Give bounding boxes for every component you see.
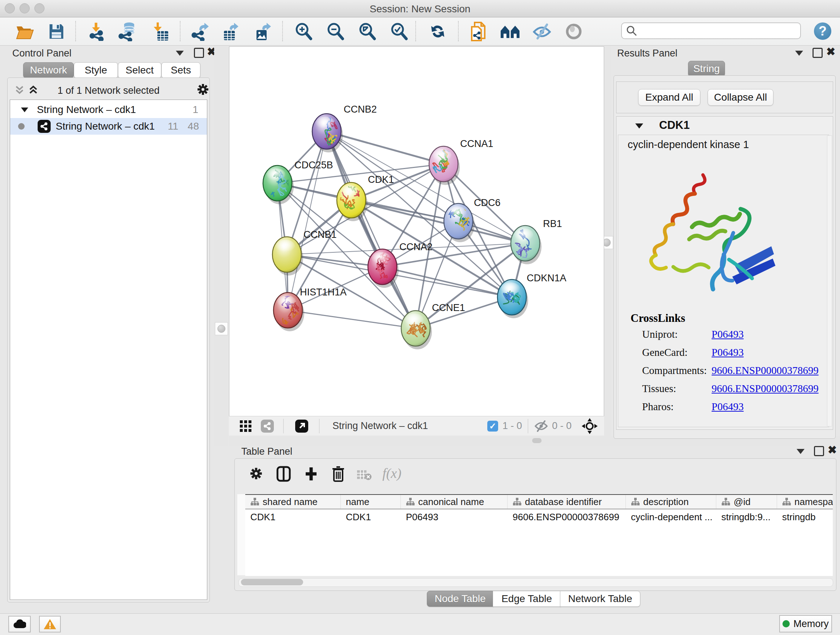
homes-button[interactable] <box>498 20 523 43</box>
refresh-button[interactable] <box>425 20 450 43</box>
cloud-icon <box>13 619 26 629</box>
tab-string[interactable]: String <box>688 61 725 77</box>
tab-select[interactable]: Select <box>118 62 161 78</box>
network-collection-row[interactable]: String Network – cdk1 1 <box>10 101 207 118</box>
collection-expand-caret-icon[interactable] <box>20 106 29 113</box>
column-header-namespace[interactable]: namespace <box>777 495 833 509</box>
table-cell[interactable]: CDK1 <box>245 509 341 524</box>
help-button[interactable]: ? <box>814 22 831 40</box>
zoom-fit-button[interactable] <box>355 20 379 43</box>
tab-style[interactable]: Style <box>74 62 118 78</box>
table-cell[interactable]: 9606.ENSP00000378699 <box>508 509 626 524</box>
zoom-selected-button[interactable] <box>386 20 411 43</box>
export-image-icon <box>254 22 272 41</box>
control-panel-title: Control Panel <box>12 48 72 59</box>
expand-all-button[interactable]: Expand All <box>638 89 700 106</box>
homes-icon <box>500 24 520 40</box>
table-gear-icon[interactable] <box>249 467 263 480</box>
memory-button[interactable]: Memory <box>779 615 832 632</box>
float-panel-caret-icon[interactable] <box>797 449 805 454</box>
results-vertical-scrollbar[interactable] <box>827 135 832 426</box>
tab-network[interactable]: Network <box>23 62 74 78</box>
string-style-icon[interactable] <box>261 420 274 432</box>
crosslink-link[interactable]: 9606.ENSP00000378699 <box>712 383 819 394</box>
column-type-icon <box>250 497 259 506</box>
crosslink-link[interactable]: P06493 <box>712 347 744 358</box>
crosslink-link[interactable]: P06493 <box>712 401 744 413</box>
hidden-items-eye-icon[interactable] <box>534 420 548 432</box>
column-header--id[interactable]: @id <box>716 495 777 509</box>
horizontal-scrollbar-thumb[interactable] <box>241 579 303 585</box>
pan-crosshair-icon[interactable] <box>582 418 598 434</box>
close-window-button[interactable] <box>5 3 15 13</box>
control-panel: Control Panel ✖ Network Style Select Set… <box>3 46 214 604</box>
search-icon <box>626 25 637 36</box>
column-header-shared-name[interactable]: shared name <box>245 495 341 509</box>
left-splitter-grip[interactable] <box>215 322 228 335</box>
table-cell[interactable]: CDK1 <box>341 509 401 524</box>
tab-node-table[interactable]: Node Table <box>427 591 493 607</box>
left-splitter[interactable] <box>214 46 228 446</box>
network-canvas[interactable]: CCNB2CCNA1CDC25BCDK1CDC6RB1CCNB1CCNA2CDK… <box>229 46 604 416</box>
zoom-in-button[interactable] <box>291 20 316 43</box>
column-header-canonical-name[interactable]: canonical name <box>401 495 508 509</box>
float-panel-caret-icon[interactable] <box>176 51 184 56</box>
table-cell[interactable]: cyclin-dependent ... <box>626 509 716 524</box>
float-panel-caret-icon[interactable] <box>795 51 803 56</box>
table-body: CDK1CDK1P064939606.ENSP00000378699cyclin… <box>245 509 833 524</box>
cdk1-section: CDK1 cyclin-dependent kinase 1 <box>616 116 833 430</box>
table-cell[interactable]: stringdb:9... <box>716 509 777 524</box>
table-cell[interactable]: stringdb <box>777 509 833 524</box>
tab-network-table[interactable]: Network Table <box>560 591 640 607</box>
export-network-button[interactable] <box>187 20 212 43</box>
network-options-gear-icon[interactable] <box>196 83 210 96</box>
warning-status-button[interactable] <box>39 616 61 632</box>
export-image-button[interactable] <box>250 20 275 43</box>
close-panel-button[interactable]: ✖ <box>826 48 835 56</box>
search-input[interactable] <box>637 25 790 37</box>
export-table-button[interactable] <box>218 20 243 43</box>
float-panel-button[interactable] <box>813 48 823 58</box>
save-session-button[interactable] <box>44 20 69 43</box>
add-column-icon[interactable] <box>276 466 291 482</box>
delete-trash-icon[interactable] <box>331 465 346 483</box>
table-row[interactable]: CDK1CDK1P064939606.ENSP00000378699cyclin… <box>245 509 833 524</box>
import-table-button[interactable] <box>148 20 173 43</box>
tab-edge-table[interactable]: Edge Table <box>493 591 561 607</box>
section-collapse-caret-icon[interactable] <box>635 122 644 130</box>
column-header-name[interactable]: name <box>341 495 401 509</box>
birds-eye-grid-icon[interactable] <box>239 420 252 432</box>
zoom-out-button[interactable] <box>323 20 347 43</box>
crosslink-link[interactable]: 9606.ENSP00000378699 <box>712 364 819 377</box>
hide-eye-button[interactable] <box>530 20 554 43</box>
svg-text:CCNA1: CCNA1 <box>460 138 493 149</box>
column-header-database-identifier[interactable]: database identifier <box>508 495 626 509</box>
table-cell[interactable]: P06493 <box>401 509 508 524</box>
table-content-box: f(x) shared namenamecanonical namedataba… <box>234 458 836 591</box>
sphere-button[interactable] <box>561 20 586 43</box>
node-table: shared namenamecanonical namedatabase id… <box>237 494 833 575</box>
selected-nodes-checkbox[interactable]: ✓ <box>487 421 498 432</box>
add-row-plus-icon[interactable] <box>303 466 319 482</box>
float-panel-button[interactable] <box>194 48 204 58</box>
open-session-button[interactable] <box>12 20 37 43</box>
open-in-browser-icon[interactable] <box>295 420 308 432</box>
bottom-splitter-grip[interactable] <box>532 438 542 443</box>
import-network-file-button[interactable] <box>85 20 109 43</box>
table-left-gutter[interactable] <box>237 494 246 575</box>
tab-sets[interactable]: Sets <box>161 62 201 78</box>
horizontal-scrollbar[interactable] <box>238 578 833 587</box>
minimize-window-button[interactable] <box>19 3 30 13</box>
share-file-button[interactable] <box>466 20 491 43</box>
share-file-icon <box>470 22 487 41</box>
import-network-database-button[interactable] <box>116 20 141 43</box>
collapse-all-button[interactable]: Collapse All <box>707 89 774 106</box>
float-panel-button[interactable] <box>814 446 824 456</box>
column-header-description[interactable]: description <box>626 495 716 509</box>
zoom-window-button[interactable] <box>34 3 44 13</box>
cloud-status-button[interactable] <box>8 616 31 632</box>
close-panel-button[interactable]: ✖ <box>828 446 837 454</box>
crosslink-link[interactable]: P06493 <box>712 328 744 340</box>
network-row-selected[interactable]: String Network – cdk1 11 48 <box>10 118 207 135</box>
database-network-icon <box>118 22 138 41</box>
